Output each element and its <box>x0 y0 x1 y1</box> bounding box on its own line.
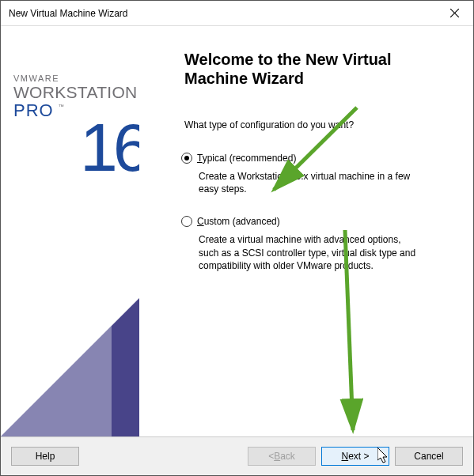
cancel-button[interactable]: Cancel <box>395 447 463 466</box>
titlebar: New Virtual Machine Wizard <box>1 1 473 26</box>
wizard-question: What type of configuration do you want? <box>184 119 457 130</box>
next-button[interactable]: Next > <box>321 447 389 466</box>
radio-typical-label: Typical (recommended) <box>197 153 296 164</box>
option-typical-desc: Create a Workstation 16.x virtual machin… <box>199 170 420 195</box>
radio-typical[interactable]: Typical (recommended) <box>181 153 457 164</box>
option-custom: Custom (advanced) Create a virtual machi… <box>199 216 457 272</box>
radio-icon <box>181 153 192 164</box>
wizard-heading: Welcome to the New Virtual Machine Wizar… <box>184 50 457 88</box>
help-button[interactable]: Help <box>11 447 79 466</box>
radio-icon <box>181 216 192 227</box>
button-bar: Help < Back Next > Cancel <box>1 437 473 475</box>
logo-line-workstation: WORKSTATION <box>13 83 138 102</box>
back-button: < Back <box>248 447 316 466</box>
decorative-triangle <box>1 298 139 436</box>
window-title: New Virtual Machine Wizard <box>9 8 442 19</box>
wizard-window: New Virtual Machine Wizard VMWARE WORKST… <box>0 0 474 476</box>
trademark-icon: ™ <box>59 104 64 109</box>
wizard-body: Welcome to the New Virtual Machine Wizar… <box>139 26 473 436</box>
logo-line-vmware: VMWARE <box>13 74 138 83</box>
option-custom-desc: Create a virtual machine with advanced o… <box>199 233 420 272</box>
option-typical: Typical (recommended) Create a Workstati… <box>199 153 457 195</box>
logo-pro-text: PRO <box>13 102 54 119</box>
radio-custom[interactable]: Custom (advanced) <box>181 216 457 227</box>
radio-custom-label: Custom (advanced) <box>197 216 280 227</box>
branding-pane: VMWARE WORKSTATION PRO ™ 16 <box>1 26 139 436</box>
close-button[interactable] <box>442 2 467 25</box>
logo-version: 16 <box>80 108 139 187</box>
content-area: VMWARE WORKSTATION PRO ™ 16 Welcome to t… <box>1 26 473 436</box>
close-icon <box>450 9 459 17</box>
